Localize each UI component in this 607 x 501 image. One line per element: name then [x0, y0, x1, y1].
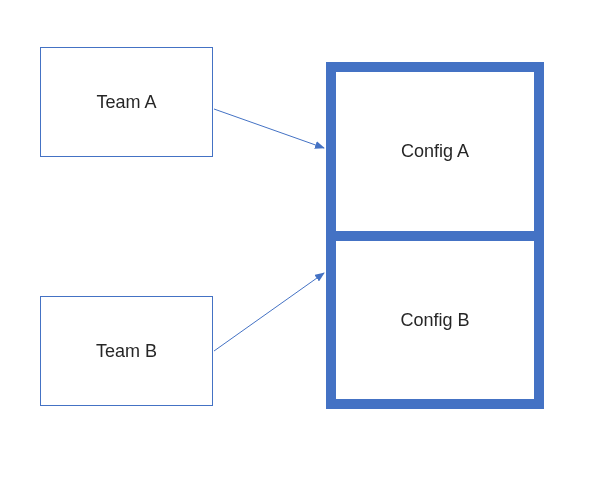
edge-team-a-to-config-a	[214, 109, 324, 148]
config-divider	[336, 231, 534, 241]
edge-team-b-to-config-a	[214, 273, 324, 351]
node-team-b-label: Team B	[96, 341, 157, 362]
node-config-b: Config B	[336, 241, 534, 399]
node-config-a-label: Config A	[401, 141, 469, 162]
node-team-b: Team B	[40, 296, 213, 406]
node-team-a-label: Team A	[96, 92, 156, 113]
config-container: Config A Config B	[326, 62, 544, 409]
node-config-a: Config A	[336, 72, 534, 231]
node-config-b-label: Config B	[400, 310, 469, 331]
node-team-a: Team A	[40, 47, 213, 157]
